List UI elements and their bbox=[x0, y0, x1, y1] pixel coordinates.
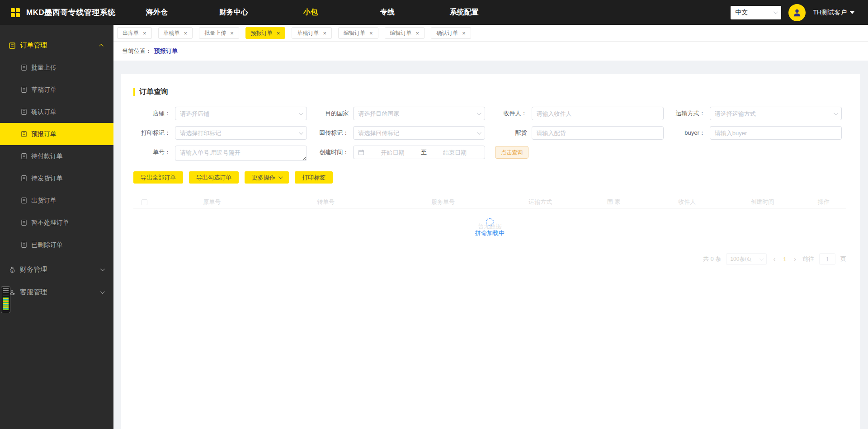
language-select[interactable]: 中文 bbox=[731, 6, 781, 19]
field-buyer: buyer： bbox=[668, 126, 846, 140]
shipping-method-input[interactable] bbox=[715, 110, 831, 117]
nav-item-system-config[interactable]: 系统配置 bbox=[426, 8, 503, 17]
start-date-input[interactable] bbox=[367, 149, 418, 156]
table-body: 暂无数据 拼命加载中 bbox=[133, 209, 846, 249]
avatar[interactable] bbox=[788, 4, 806, 21]
sidebar-item-pending-payment-orders[interactable]: 待付款订单 bbox=[0, 145, 113, 167]
app-grid-icon[interactable] bbox=[11, 8, 20, 17]
field-label: 回传标记： bbox=[311, 126, 353, 140]
pagination: 共 0 条 100条/页 ‹ 1 › 前往 页 bbox=[133, 253, 846, 265]
top-bar: MKD墨西哥专线管理系统 海外仓 财务中心 小包 专线 系统配置 中文 TH测试… bbox=[0, 0, 868, 25]
nav-item-dedicated-line[interactable]: 专线 bbox=[349, 8, 426, 17]
close-icon[interactable]: × bbox=[416, 30, 420, 36]
nav-item-finance-center[interactable]: 财务中心 bbox=[195, 8, 272, 17]
sidebar-item-confirmed-orders[interactable]: 确认订单 bbox=[0, 101, 113, 123]
receiver-input-wrap[interactable] bbox=[532, 107, 664, 120]
sidebar-item-shipped-orders[interactable]: 出货订单 bbox=[0, 189, 113, 212]
sidebar-group-customer-service[interactable]: 客服管理 bbox=[0, 281, 113, 303]
allocate-input[interactable] bbox=[537, 130, 659, 137]
allocate-input-wrap[interactable] bbox=[532, 126, 664, 140]
nav-item-small-parcel[interactable]: 小包 bbox=[272, 8, 349, 17]
buyer-input[interactable] bbox=[715, 130, 837, 137]
buyer-input-wrap[interactable] bbox=[710, 126, 842, 140]
return-mark-select[interactable] bbox=[353, 126, 485, 140]
shipping-method-select[interactable] bbox=[710, 107, 842, 120]
chevron-up-icon bbox=[99, 43, 104, 48]
table-header: 原单号 转单号 服务单号 运输方式 国 家 收件人 创建时间 操作 bbox=[133, 196, 846, 209]
tab-draft-orders[interactable]: 草稿订单 × bbox=[292, 27, 332, 39]
shop-select[interactable] bbox=[175, 107, 307, 120]
select-all-checkbox[interactable] bbox=[142, 199, 147, 205]
more-actions-button[interactable]: 更多操作 bbox=[245, 171, 289, 184]
document-icon bbox=[21, 175, 27, 182]
shop-select-input[interactable] bbox=[180, 110, 296, 117]
close-icon[interactable]: × bbox=[369, 30, 373, 36]
field-order-no: 单号： bbox=[133, 146, 311, 161]
tab-label: 出库单 bbox=[123, 29, 139, 37]
user-menu[interactable]: TH测试客户 bbox=[813, 9, 854, 17]
clipboard-icon bbox=[9, 42, 15, 49]
page-size-select[interactable]: 100条/页 bbox=[726, 253, 767, 265]
nav-item-overseas-warehouse[interactable]: 海外仓 bbox=[118, 8, 195, 17]
tab-outbound-order[interactable]: 出库单 × bbox=[117, 27, 152, 39]
print-mark-input[interactable] bbox=[180, 130, 296, 137]
receiver-input[interactable] bbox=[537, 110, 659, 117]
goto-label: 前往 bbox=[802, 255, 814, 263]
field-allocate: 配货 bbox=[490, 126, 668, 140]
sidebar-item-pending-shipment-orders[interactable]: 待发货订单 bbox=[0, 167, 113, 189]
date-range-picker[interactable]: 至 bbox=[353, 146, 485, 159]
tab-edit-order[interactable]: 编辑订单 × bbox=[385, 27, 425, 39]
sidebar-group-finance-management[interactable]: $ 财务管理 bbox=[0, 258, 113, 281]
field-receiver: 收件人： bbox=[490, 107, 668, 120]
field-print-mark: 打印标记： bbox=[133, 126, 311, 140]
sidebar-item-label: 批量上传 bbox=[31, 64, 57, 72]
current-page-button[interactable]: 1 bbox=[782, 256, 788, 263]
close-icon[interactable]: × bbox=[277, 30, 280, 36]
breadcrumb-current[interactable]: 预报订单 bbox=[154, 47, 178, 55]
tab-confirm-order[interactable]: 确认订单 × bbox=[431, 27, 471, 39]
close-icon[interactable]: × bbox=[462, 30, 466, 36]
tab-label: 预报订单 bbox=[251, 29, 273, 37]
goto-page-input[interactable] bbox=[819, 253, 835, 265]
sidebar-item-draft-orders[interactable]: 草稿订单 bbox=[0, 79, 113, 101]
return-mark-input[interactable] bbox=[358, 130, 474, 137]
title-accent-bar bbox=[133, 88, 135, 96]
sidebar-item-forecast-orders[interactable]: 预报订单 bbox=[0, 123, 113, 145]
floating-widget[interactable] bbox=[1, 286, 10, 313]
chevron-down-icon bbox=[477, 130, 481, 135]
document-icon bbox=[21, 241, 27, 248]
destination-country-input[interactable] bbox=[358, 110, 474, 117]
username-label: TH测试客户 bbox=[813, 9, 847, 17]
next-page-button[interactable]: › bbox=[793, 255, 797, 263]
search-button[interactable]: 点击查询 bbox=[495, 146, 528, 159]
sidebar-item-batch-upload[interactable]: 批量上传 bbox=[0, 57, 113, 79]
destination-country-select[interactable] bbox=[353, 107, 485, 120]
field-create-time: 创建时间： 至 点击查询 bbox=[311, 146, 668, 161]
print-mark-select[interactable] bbox=[175, 126, 307, 140]
prev-page-button[interactable]: ‹ bbox=[772, 255, 777, 263]
sidebar-item-on-hold-orders[interactable]: 暂不处理订单 bbox=[0, 212, 113, 234]
sidebar-item-deleted-orders[interactable]: 已删除订单 bbox=[0, 234, 113, 256]
tab-forecast-orders[interactable]: 预报订单 × bbox=[245, 27, 286, 39]
export-selected-orders-button[interactable]: 导出勾选订单 bbox=[189, 171, 239, 184]
close-icon[interactable]: × bbox=[230, 30, 234, 36]
chevron-down-icon bbox=[278, 174, 283, 179]
tab-draft-sheet[interactable]: 草稿单 × bbox=[158, 27, 193, 39]
close-icon[interactable]: × bbox=[323, 30, 326, 36]
document-icon bbox=[21, 86, 27, 93]
field-label: 运输方式： bbox=[668, 107, 710, 120]
export-all-orders-button[interactable]: 导出全部订单 bbox=[133, 171, 183, 184]
tab-edit-order[interactable]: 编辑订单 × bbox=[338, 27, 378, 39]
section-title-text: 订单查询 bbox=[139, 87, 168, 97]
close-icon[interactable]: × bbox=[184, 30, 188, 36]
end-date-input[interactable] bbox=[429, 149, 481, 156]
close-icon[interactable]: × bbox=[143, 30, 146, 36]
tab-batch-upload[interactable]: 批量上传 × bbox=[199, 27, 239, 39]
print-label-button[interactable]: 打印标签 bbox=[295, 171, 333, 184]
loading-indicator: 拼命加载中 bbox=[475, 218, 505, 237]
sidebar-group-order-management[interactable]: 订单管理 bbox=[0, 34, 113, 57]
sidebar-item-label: 已删除订单 bbox=[31, 241, 63, 249]
order-no-textarea[interactable] bbox=[175, 146, 307, 161]
tab-label: 编辑订单 bbox=[390, 29, 412, 37]
field-label: 收件人： bbox=[490, 107, 532, 120]
